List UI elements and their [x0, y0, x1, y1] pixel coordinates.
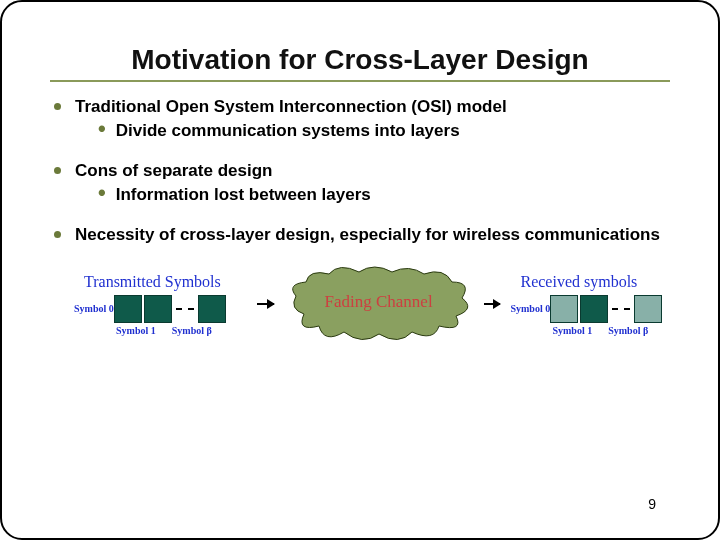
- bullet-dot-icon: [54, 167, 61, 174]
- bullet-dot-icon: [54, 231, 61, 238]
- symbol-box: [114, 295, 142, 323]
- dash-icon: [612, 308, 630, 310]
- bullet-2: Cons of separate design: [54, 160, 670, 182]
- rx-boxrow: [550, 295, 662, 323]
- page-number: 9: [648, 496, 656, 512]
- symbol-box: [198, 295, 226, 323]
- rx-sym0-row: Symbol 0: [510, 295, 670, 323]
- rx-panel: Received symbols Symbol 0 Symbol 1 Symbo…: [510, 273, 670, 336]
- bullet-block-2: Cons of separate design • Information lo…: [54, 160, 670, 206]
- bullet-dot-icon: [54, 103, 61, 110]
- sub-bullet-dot-icon: •: [98, 120, 106, 138]
- tx-boxrow: [114, 295, 226, 323]
- sub-bullet-2-1-text: Information lost between layers: [116, 184, 371, 206]
- bullet-3-text: Necessity of cross-layer design, especia…: [75, 224, 660, 246]
- tx-symb-label: Symbol β: [172, 325, 212, 336]
- bullet-block-1: Traditional Open System Interconnection …: [54, 96, 670, 142]
- tx-panel: Transmitted Symbols Symbol 0 Symbol 1 Sy…: [74, 273, 247, 336]
- symbol-box: [580, 295, 608, 323]
- tx-sym1-label: Symbol 1: [116, 325, 156, 336]
- bullet-1: Traditional Open System Interconnection …: [54, 96, 670, 118]
- content-area: Traditional Open System Interconnection …: [50, 96, 670, 344]
- arrow-right-icon: [257, 303, 274, 305]
- bullet-block-3: Necessity of cross-layer design, especia…: [54, 224, 670, 246]
- tx-sym0-row: Symbol 0: [74, 295, 247, 323]
- symbol-box: [144, 295, 172, 323]
- tx-bottom-labels: Symbol 1 Symbol β: [116, 325, 247, 336]
- sub-bullet-2-1: • Information lost between layers: [98, 184, 670, 206]
- symbol-box: [634, 295, 662, 323]
- figure: Transmitted Symbols Symbol 0 Symbol 1 Sy…: [74, 264, 670, 344]
- rx-label: Received symbols: [520, 273, 670, 291]
- rx-bottom-labels: Symbol 1 Symbol β: [552, 325, 670, 336]
- bullet-3: Necessity of cross-layer design, especia…: [54, 224, 670, 246]
- slide-frame: Motivation for Cross-Layer Design Tradit…: [0, 0, 720, 540]
- symbol-box: [550, 295, 578, 323]
- cloud: Fading Channel: [284, 264, 474, 344]
- slide-title: Motivation for Cross-Layer Design: [50, 44, 670, 76]
- tx-sym0-label: Symbol 0: [74, 304, 114, 314]
- bullet-2-text: Cons of separate design: [75, 160, 272, 182]
- arrow-right-icon: [484, 303, 501, 305]
- cloud-label: Fading Channel: [324, 292, 432, 312]
- bullet-1-text: Traditional Open System Interconnection …: [75, 96, 507, 118]
- title-underline: [50, 80, 670, 82]
- sub-bullet-1-1: • Divide communication systems into laye…: [98, 120, 670, 142]
- rx-sym1-label: Symbol 1: [552, 325, 592, 336]
- sub-bullet-1-1-text: Divide communication systems into layers: [116, 120, 460, 142]
- dash-icon: [176, 308, 194, 310]
- sub-bullet-dot-icon: •: [98, 184, 106, 202]
- tx-label: Transmitted Symbols: [84, 273, 247, 291]
- rx-symb-label: Symbol β: [608, 325, 648, 336]
- rx-sym0-label: Symbol 0: [510, 304, 550, 314]
